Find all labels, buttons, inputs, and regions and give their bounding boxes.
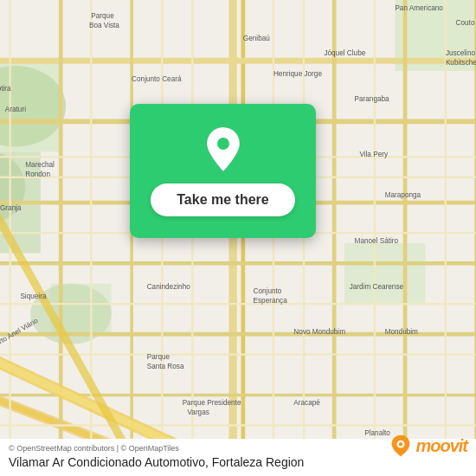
svg-text:Parque Presidente: Parque Presidente	[183, 399, 241, 407]
svg-text:Parque: Parque	[91, 12, 114, 20]
svg-text:Canindezinho: Canindezinho	[147, 283, 191, 291]
location-title: Vilamar Ar Condicionado Automotivo, Fort…	[9, 455, 467, 469]
location-card[interactable]: Take me there	[130, 104, 316, 238]
svg-text:Novo Mondubim: Novo Mondubim	[293, 328, 345, 336]
svg-text:Santa Rosa: Santa Rosa	[147, 363, 184, 370]
svg-text:Henrique Jorge: Henrique Jorge	[273, 70, 322, 78]
svg-text:Jardim Cearense: Jardim Cearense	[350, 283, 404, 291]
svg-text:Kubitschek: Kubitschek	[446, 59, 476, 67]
svg-text:Conjunto: Conjunto	[254, 287, 282, 295]
svg-text:Araturi: Araturi	[5, 106, 26, 113]
svg-text:Pan Americano: Pan Americano	[395, 4, 443, 12]
svg-text:Manoel Sátiro: Manoel Sátiro	[355, 237, 399, 245]
moovit-pin-icon	[389, 434, 412, 457]
svg-rect-6	[344, 243, 426, 304]
location-pin-icon	[203, 125, 244, 173]
svg-text:Marechal: Marechal	[25, 161, 55, 169]
svg-text:Juscelino: Juscelino	[446, 49, 476, 57]
map-background: Parque Potira Parque Boa Vista Araturi A…	[0, 0, 476, 476]
svg-text:Esperança: Esperança	[254, 297, 288, 305]
svg-point-81	[216, 137, 230, 151]
svg-text:Maraponga: Maraponga	[385, 191, 421, 199]
svg-text:Parque: Parque	[147, 353, 170, 361]
svg-text:Mondubim: Mondubim	[385, 328, 418, 336]
svg-text:Conjunto Ceará: Conjunto Ceará	[132, 75, 182, 83]
svg-text:Siqueira: Siqueira	[20, 293, 46, 300]
svg-text:Parque Potira: Parque Potira	[0, 85, 11, 93]
svg-text:Rondon: Rondon	[25, 170, 50, 178]
svg-text:Jóquel Clube: Jóquel Clube	[324, 49, 365, 57]
svg-text:Couto Fern...: Couto Fern...	[456, 19, 476, 27]
take-me-there-button[interactable]: Take me there	[151, 183, 294, 216]
svg-text:Planalto: Planalto	[364, 429, 390, 437]
svg-text:Boa Vista: Boa Vista	[89, 22, 119, 29]
svg-text:Genibaú: Genibaú	[243, 35, 270, 42]
moovit-brand-name: moovit	[415, 436, 467, 456]
svg-text:Granja: Granja	[0, 204, 22, 212]
svg-text:Aracapé: Aracapé	[293, 399, 320, 407]
svg-text:Vila Pery: Vila Pery	[359, 151, 389, 158]
moovit-logo: moovit	[389, 434, 467, 457]
svg-text:Parangaba: Parangaba	[355, 95, 390, 103]
svg-point-83	[399, 442, 402, 446]
bottom-info-bar: © OpenStreetMap contributors | © OpenMap…	[0, 439, 476, 476]
svg-text:Vargas: Vargas	[187, 408, 209, 416]
map-container: Parque Potira Parque Boa Vista Araturi A…	[0, 0, 476, 476]
